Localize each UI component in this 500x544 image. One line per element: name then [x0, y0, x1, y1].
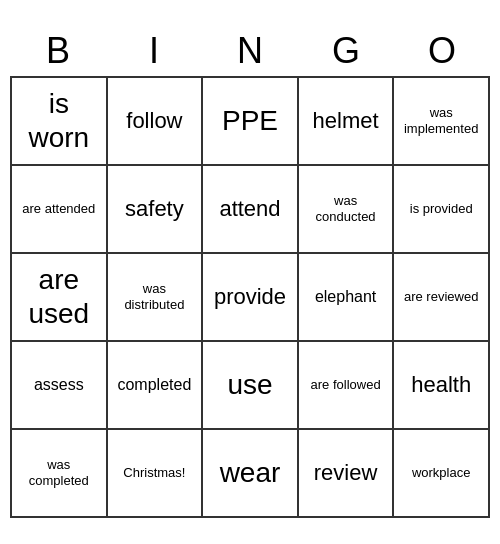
bingo-cell-8: was conducted	[299, 166, 395, 254]
header-letter-i: I	[106, 26, 202, 76]
header-letter-g: G	[298, 26, 394, 76]
bingo-grid: is wornfollowPPEhelmetwas implementedare…	[10, 76, 490, 518]
bingo-cell-13: elephant	[299, 254, 395, 342]
bingo-cell-22: wear	[203, 430, 299, 518]
bingo-cell-text-3: helmet	[313, 108, 379, 134]
bingo-cell-18: are followed	[299, 342, 395, 430]
header-letter-n: N	[202, 26, 298, 76]
bingo-cell-text-24: workplace	[412, 465, 471, 481]
bingo-cell-0: is worn	[12, 78, 108, 166]
bingo-cell-text-13: elephant	[315, 287, 376, 306]
bingo-cell-text-10: are used	[16, 263, 102, 330]
bingo-cell-text-4: was implemented	[398, 105, 484, 136]
bingo-cell-text-23: review	[314, 460, 378, 486]
bingo-cell-23: review	[299, 430, 395, 518]
bingo-cell-text-7: attend	[219, 196, 280, 222]
bingo-cell-text-6: safety	[125, 196, 184, 222]
bingo-cell-15: assess	[12, 342, 108, 430]
bingo-cell-21: Christmas!	[108, 430, 204, 518]
bingo-cell-7: attend	[203, 166, 299, 254]
bingo-cell-text-14: are reviewed	[404, 289, 478, 305]
bingo-cell-24: workplace	[394, 430, 490, 518]
bingo-cell-text-8: was conducted	[303, 193, 389, 224]
bingo-cell-text-22: wear	[220, 456, 281, 490]
bingo-cell-6: safety	[108, 166, 204, 254]
bingo-cell-3: helmet	[299, 78, 395, 166]
bingo-cell-10: are used	[12, 254, 108, 342]
bingo-cell-2: PPE	[203, 78, 299, 166]
bingo-cell-17: use	[203, 342, 299, 430]
bingo-cell-text-20: was completed	[16, 457, 102, 488]
bingo-cell-text-9: is provided	[410, 201, 473, 217]
header-letter-o: O	[394, 26, 490, 76]
bingo-cell-5: are attended	[12, 166, 108, 254]
bingo-cell-text-5: are attended	[22, 201, 95, 217]
bingo-cell-11: was distributed	[108, 254, 204, 342]
bingo-cell-text-1: follow	[126, 108, 182, 134]
bingo-cell-text-0: is worn	[16, 87, 102, 154]
bingo-cell-text-19: health	[411, 372, 471, 398]
bingo-cell-text-18: are followed	[311, 377, 381, 393]
bingo-cell-20: was completed	[12, 430, 108, 518]
bingo-cell-text-17: use	[227, 368, 272, 402]
bingo-cell-19: health	[394, 342, 490, 430]
bingo-board: BINGO is wornfollowPPEhelmetwas implemen…	[10, 26, 490, 518]
bingo-cell-text-11: was distributed	[112, 281, 198, 312]
bingo-cell-14: are reviewed	[394, 254, 490, 342]
bingo-cell-text-21: Christmas!	[123, 465, 185, 481]
bingo-cell-4: was implemented	[394, 78, 490, 166]
bingo-cell-9: is provided	[394, 166, 490, 254]
bingo-cell-text-16: completed	[117, 375, 191, 394]
bingo-cell-1: follow	[108, 78, 204, 166]
bingo-cell-text-12: provide	[214, 284, 286, 310]
bingo-header: BINGO	[10, 26, 490, 76]
bingo-cell-text-15: assess	[34, 375, 84, 394]
bingo-cell-12: provide	[203, 254, 299, 342]
header-letter-b: B	[10, 26, 106, 76]
bingo-cell-16: completed	[108, 342, 204, 430]
bingo-cell-text-2: PPE	[222, 104, 278, 138]
